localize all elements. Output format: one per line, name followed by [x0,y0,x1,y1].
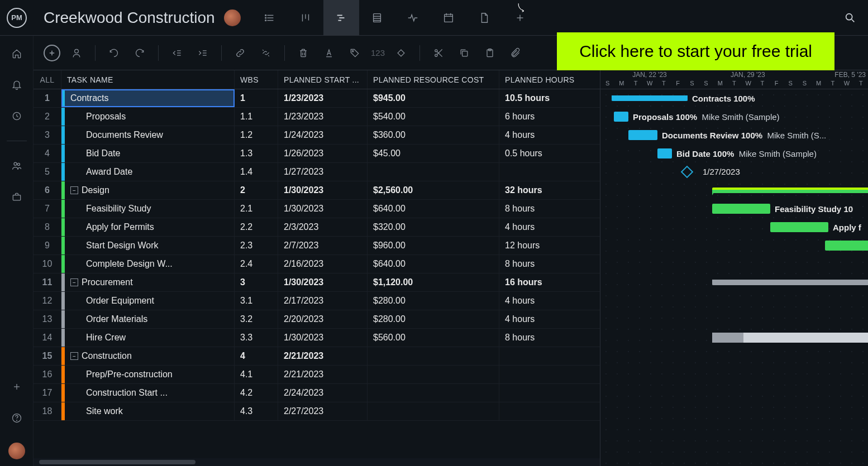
outdent-icon[interactable] [168,44,187,63]
table-row[interactable]: 11−Procurement31/30/2023$1,120.0016 hour… [34,273,600,292]
cell-hours[interactable] [499,402,589,420]
cell-cost[interactable]: $45.00 [368,145,499,162]
row-number[interactable]: 10 [34,255,61,273]
attachment-icon[interactable] [506,44,525,63]
task-name-cell[interactable]: −Design [61,181,235,199]
task-name-cell[interactable]: Bid Date [61,145,235,162]
paste-icon[interactable] [480,44,499,63]
gantt-row[interactable] [600,366,868,384]
cell-wbs[interactable]: 4.1 [235,366,278,383]
cell-cost[interactable] [368,402,499,420]
view-calendar-icon[interactable] [431,0,466,36]
cell-start[interactable]: 1/30/2023 [278,200,368,218]
view-file-icon[interactable] [466,0,502,36]
gantt-bar[interactable]: Documents Review 100% Mike Smith (S... [628,130,657,140]
gantt-row[interactable]: 1/27/2023 [600,163,868,181]
row-number[interactable]: 9 [34,237,61,254]
cell-cost[interactable] [368,366,499,383]
cell-cost[interactable]: $540.00 [368,108,499,126]
user-avatar[interactable] [8,443,25,459]
row-number[interactable]: 6 [34,181,61,199]
cell-wbs[interactable]: 2.1 [235,200,278,218]
cell-hours[interactable]: 8 hours [499,329,589,347]
gantt-bar[interactable] [712,280,868,285]
table-row[interactable]: 3Documents Review1.21/24/2023$360.004 ho… [34,126,600,145]
cell-cost[interactable]: $960.00 [368,237,499,254]
row-number[interactable]: 16 [34,366,61,383]
cell-hours[interactable]: 32 hours [499,181,589,199]
table-row[interactable]: 12Order Equipment3.12/17/2023$280.004 ho… [34,292,600,310]
table-row[interactable]: 6−Design21/30/2023$2,560.0032 hours [34,181,600,200]
task-name-cell[interactable]: Start Design Work [61,237,235,254]
row-number[interactable]: 5 [34,163,61,181]
cell-wbs[interactable]: 2 [235,181,278,199]
table-row[interactable]: 17Construction Start ...4.22/24/2023 [34,384,600,402]
row-number[interactable]: 3 [34,126,61,144]
cell-hours[interactable]: 8 hours [499,200,589,218]
gantt-row[interactable] [600,273,868,292]
gantt-bar[interactable]: Contracts 100% [612,95,688,101]
cell-cost[interactable]: $640.00 [368,255,499,273]
task-name-cell[interactable]: Documents Review [61,126,235,144]
cell-wbs[interactable]: 4.3 [235,402,278,420]
cell-start[interactable]: 2/7/2023 [278,237,368,254]
cell-wbs[interactable]: 2.2 [235,218,278,236]
task-name-cell[interactable]: Site work [61,402,235,420]
project-title[interactable]: Creekwood Construction [44,9,215,27]
gantt-row[interactable] [600,181,868,200]
gantt-bar[interactable] [825,241,868,251]
gantt-bar[interactable]: Apply f [770,222,828,232]
cell-start[interactable]: 1/23/2023 [278,89,368,107]
add-person-icon[interactable] [67,44,86,63]
gantt-row[interactable] [600,237,868,255]
cell-hours[interactable]: 4 hours [499,126,589,144]
col-header-hours[interactable]: PLANNED HOURS [499,70,589,89]
cell-start[interactable]: 2/3/2023 [278,218,368,236]
unlink-icon[interactable] [256,44,275,63]
gantt-row[interactable] [600,255,868,273]
cell-wbs[interactable]: 1.3 [235,145,278,162]
gantt-row[interactable]: Contracts 100% [600,89,868,108]
gantt-bar[interactable]: Feasibility Study 10 [712,204,770,214]
cell-cost[interactable] [368,384,499,402]
home-icon[interactable] [10,47,23,60]
redo-icon[interactable] [130,44,149,63]
task-name-cell[interactable]: Order Materials [61,310,235,328]
view-gantt-icon[interactable] [323,0,359,36]
horizontal-scrollbar[interactable] [34,458,600,466]
table-row[interactable]: 1Contracts11/23/2023$945.0010.5 hours [34,89,600,108]
cell-start[interactable]: 2/17/2023 [278,292,368,310]
table-row[interactable]: 13Order Materials3.22/20/2023$280.004 ho… [34,310,600,329]
add-task-button[interactable] [44,45,60,61]
tag-icon[interactable] [345,44,364,63]
col-header-all[interactable]: ALL [34,70,61,89]
task-name-cell[interactable]: Hire Crew [61,329,235,347]
table-row[interactable]: 16Prep/Pre-construction4.12/21/2023 [34,366,600,384]
gantt-bar[interactable]: Proposals 100% Mike Smith (Sample) [614,112,628,122]
table-row[interactable]: 18Site work4.32/27/2023 [34,402,600,421]
cell-start[interactable]: 1/27/2023 [278,163,368,181]
cell-start[interactable]: 1/30/2023 [278,273,368,291]
cell-hours[interactable]: 4 hours [499,292,589,310]
gantt-row[interactable] [600,347,868,366]
cell-cost[interactable]: $280.00 [368,292,499,310]
number-format-icon[interactable]: 123 [371,48,385,57]
copy-icon[interactable] [455,44,474,63]
gantt-milestone[interactable] [681,166,694,179]
row-number[interactable]: 7 [34,200,61,218]
col-header-wbs[interactable]: WBS [235,70,278,89]
view-add-icon[interactable] [502,0,538,36]
cell-wbs[interactable]: 1.1 [235,108,278,126]
view-board-icon[interactable] [288,0,323,36]
task-name-cell[interactable]: Complete Design W... [61,255,235,273]
task-name-cell[interactable]: Order Equipment [61,292,235,310]
row-number[interactable]: 18 [34,402,61,420]
help-icon[interactable] [10,411,23,425]
table-row[interactable]: 10Complete Design W...2.42/16/2023$640.0… [34,255,600,273]
cell-cost[interactable] [368,163,499,181]
table-row[interactable]: 8Apply for Permits2.22/3/2023$320.004 ho… [34,218,600,237]
cell-hours[interactable]: 12 hours [499,237,589,254]
gantt-row[interactable]: Feasibility Study 10 [600,200,868,218]
cell-wbs[interactable]: 4.2 [235,384,278,402]
view-list-icon[interactable] [252,0,288,36]
